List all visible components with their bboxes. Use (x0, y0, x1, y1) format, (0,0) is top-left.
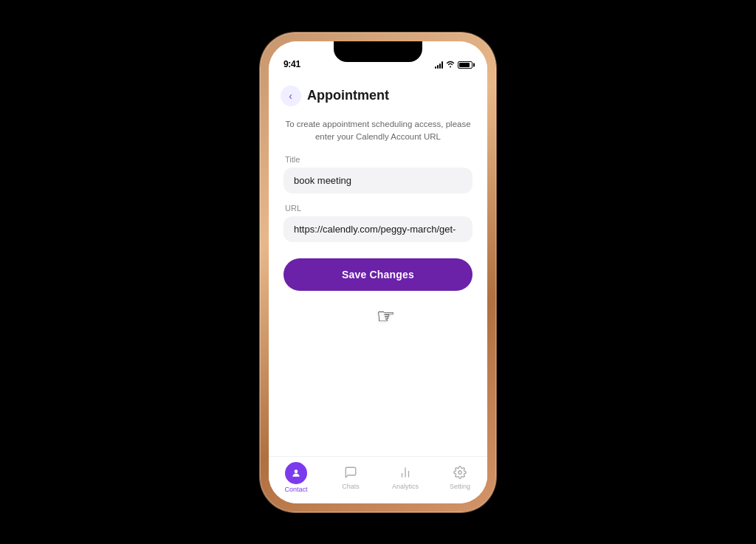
svg-point-4 (458, 470, 462, 474)
url-field-group: URL (284, 204, 472, 242)
phone-notch (334, 41, 422, 62)
setting-nav-label: Setting (450, 483, 470, 490)
svg-point-0 (295, 469, 298, 473)
app-header: ‹ Appointment (269, 74, 487, 112)
chats-nav-label: Chats (342, 483, 360, 490)
contact-nav-label: Contact (284, 486, 307, 493)
page-title: Appointment (307, 88, 389, 103)
analytics-nav-label: Analytics (392, 483, 419, 490)
nav-item-analytics[interactable]: Analytics (389, 466, 422, 490)
nav-item-setting[interactable]: Setting (444, 466, 477, 490)
setting-nav-icon (453, 466, 467, 481)
url-input[interactable] (284, 216, 472, 242)
title-field-group: Title (284, 155, 472, 193)
chevron-left-icon: ‹ (289, 91, 292, 101)
phone-screen: 9:41 (269, 41, 487, 503)
form-area: To create appointment scheduling access,… (269, 112, 487, 456)
screen-content: ‹ Appointment To create appointment sche… (269, 74, 487, 503)
wifi-icon (446, 61, 455, 69)
status-time: 9:41 (284, 59, 300, 69)
url-label: URL (284, 204, 472, 213)
save-changes-button[interactable]: Save Changes (284, 258, 472, 291)
title-label: Title (284, 155, 472, 164)
subtitle-text: To create appointment scheduling access,… (284, 118, 472, 144)
nav-item-chats[interactable]: Chats (334, 466, 368, 490)
back-button[interactable]: ‹ (281, 86, 301, 106)
contact-nav-icon (285, 462, 307, 484)
analytics-nav-icon (399, 466, 412, 481)
battery-icon (458, 61, 472, 69)
phone-device: 9:41 (260, 32, 496, 512)
bottom-nav: Contact Chats (269, 456, 487, 503)
signal-icon (435, 61, 443, 69)
nav-item-contact[interactable]: Contact (280, 462, 313, 493)
title-input[interactable] (284, 168, 472, 193)
chats-nav-icon (344, 466, 357, 481)
status-icons (435, 61, 472, 69)
